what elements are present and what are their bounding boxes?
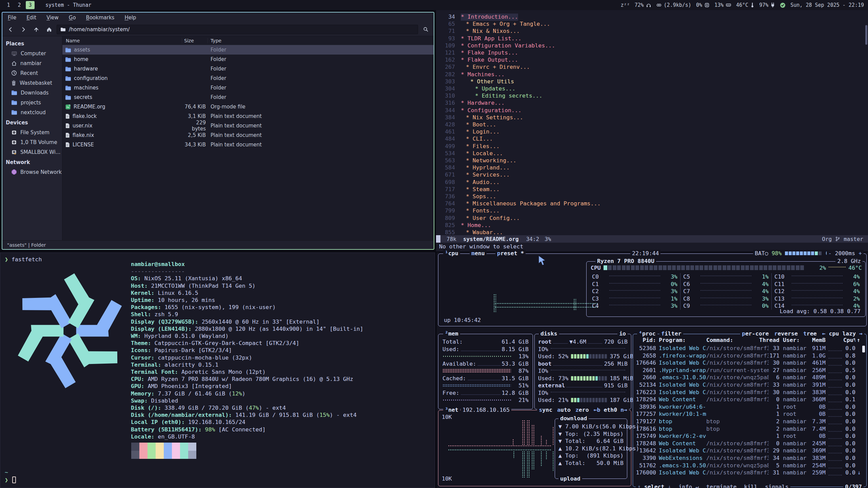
sidebar-item-nambiar[interactable]: nambiar [2, 58, 62, 68]
io-toggle[interactable]: io [617, 330, 628, 338]
tray-status-ok[interactable] [780, 2, 786, 8]
file-row[interactable]: README.org76,4 KiBOrg-mode file [62, 102, 434, 111]
menu-file[interactable]: File [8, 15, 16, 21]
tray-battery[interactable]: 97% [759, 2, 775, 8]
footer-signals[interactable]: signals [765, 483, 789, 488]
sidebar-item-downloads[interactable]: Downloads [2, 88, 62, 98]
search-button[interactable] [420, 25, 431, 34]
proc-scrollbar[interactable] [862, 346, 865, 352]
net-control-auto[interactable]: auto [557, 406, 571, 414]
shell-prompt[interactable]: ❯ [5, 476, 16, 483]
footer-kill[interactable]: kill [744, 483, 757, 488]
update-interval[interactable]: - 2000ms + [827, 250, 864, 257]
sidebar-item-wastebasket[interactable]: Wastebasket [2, 78, 62, 88]
emacs-scrollbar[interactable] [865, 25, 867, 45]
filter-button[interactable]: filter [659, 330, 683, 338]
tray-idle-inhibitor[interactable]: zᶻᶻ [620, 2, 630, 8]
workspace-button-2[interactable]: 2 [15, 1, 24, 9]
tray-memory[interactable]: 13% [714, 2, 731, 8]
file-row[interactable]: LICENSE34,3 KiBPlain text document [62, 140, 434, 149]
proc-header[interactable]: Pid:Program:Command:Threads:User:MemBCpu… [633, 337, 866, 344]
proc-row[interactable]: 51762.emacs-31.0.50-/nix/store/wnqz5pa8r… [633, 462, 866, 469]
sidebar-item-computer[interactable]: Computer [2, 48, 62, 58]
path-bar[interactable]: /home/nambiar/system/ [57, 25, 418, 34]
proc-col-threads[interactable]: Threads: [759, 337, 780, 343]
footer-terminate[interactable]: terminate [706, 483, 736, 488]
column-size[interactable]: Size [182, 38, 208, 43]
file-row[interactable]: flake.lock3,1 KiBPlain text document [62, 111, 434, 121]
proc-option-reverse[interactable]: reverse [774, 330, 798, 338]
workspace-button-3[interactable]: 3 [26, 1, 35, 9]
proc-col-user[interactable]: User: [783, 337, 810, 343]
file-row[interactable]: assetsFolder [62, 45, 434, 55]
proc-col-pid[interactable]: Pid: [634, 337, 656, 343]
proc-row[interactable]: 175749kworker/6:2-even1root0B0.0 [633, 433, 866, 440]
file-row[interactable]: configurationFolder [62, 74, 434, 83]
file-row[interactable]: user.nix229 bytesPlain text document [62, 121, 434, 130]
proc-row[interactable]: 38936kworker/u64:6-kc1root0B0.0 [633, 404, 866, 411]
menu-edit[interactable]: Edit [26, 15, 36, 21]
menu-button[interactable]: menu [470, 250, 487, 257]
proc-row[interactable]: 2658.firefox-wrappe/nix/store/sm8fmrf3wp… [633, 352, 866, 360]
proc-option-per-core[interactable]: per-core [742, 330, 769, 338]
proc-option-tree[interactable]: tree [803, 330, 817, 338]
tray-network-traffic[interactable]: (2.9kb/s) [656, 2, 691, 8]
terminal-window[interactable]: ❯ fastfetch nambiar@smallbox------------… [0, 252, 435, 488]
proc-row[interactable]: 179127btopbtop2nambiar7.3M0.0 [633, 418, 866, 425]
tab-mem[interactable]: ²mem [443, 330, 460, 338]
file-row[interactable]: machinesFolder [62, 83, 434, 93]
tray-gpu[interactable]: 0% [696, 2, 710, 8]
tab-net[interactable]: ³net [443, 406, 460, 414]
workspace-button-1[interactable]: 1 [4, 1, 13, 9]
proc-row[interactable]: 178248Web Content/nix/store/sm8fmrf3wps4… [633, 440, 866, 447]
proc-row[interactable]: 176223Isolated Web Co/nix/store/sm8fmrf3… [633, 389, 866, 396]
sidebar-item-file-system[interactable]: File System [2, 127, 62, 137]
list-header[interactable]: Name Size Type [62, 36, 434, 45]
proc-col-memb[interactable]: MemB [808, 337, 826, 343]
tray-volume[interactable]: 72% [635, 2, 651, 8]
proc-row[interactable]: 178616btopbtop2nambiar7.4M0.0 [633, 426, 866, 433]
menu-help[interactable]: Help [124, 15, 136, 21]
menu-go[interactable]: Go [69, 15, 76, 21]
sidebar-item-1-0-tb-volume[interactable]: 1,0 TB Volume [2, 137, 62, 147]
file-row[interactable]: hardwareFolder [62, 64, 434, 74]
file-row[interactable]: homeFolder [62, 55, 434, 64]
forward-button[interactable] [18, 25, 29, 34]
proc-row[interactable]: 176646Isolated Web Co/nix/store/sm8fmrf3… [633, 360, 866, 367]
net-interface-switcher[interactable]: ←b eth0 n→ [594, 406, 627, 414]
proc-row[interactable]: 52134Isolated Web Co/nix/store/sm8fmrf3w… [633, 382, 866, 389]
tab-cpu[interactable]: ¹cpu [443, 250, 460, 257]
column-type[interactable]: Type [208, 38, 434, 43]
up-button[interactable] [31, 25, 42, 34]
emacs-window[interactable]: 34* Introduction...65* Emacs + Org + Tan… [436, 10, 868, 251]
preset-button[interactable]: preset * [495, 250, 526, 257]
back-button[interactable] [5, 25, 16, 34]
footer-info[interactable]: info ↵ [678, 483, 699, 488]
footer-select[interactable]: ↑ select ↓ [637, 483, 671, 488]
proc-col-program[interactable]: Program: [659, 337, 706, 343]
btop-window[interactable]: ¹cpu menu preset * 22:19:44 BAT○ 98% 0.0… [437, 252, 868, 488]
tray-temperature[interactable]: 46°C [736, 2, 754, 8]
file-row[interactable]: flake.nix2,5 KiBPlain text document [62, 130, 434, 140]
menu-view[interactable]: View [46, 15, 59, 21]
sidebar-item-smallbox-wi-[interactable]: SMALLBOX Wi... [2, 147, 62, 157]
proc-row[interactable]: 177257kworker/10:1-mm_1root0B0.0 [633, 411, 866, 418]
proc-row[interactable]: 52368Isolated Web Co/nix/store/sm8fmrf3w… [633, 345, 866, 352]
menu-bookmarks[interactable]: Bookmarks [86, 15, 115, 21]
sidebar-item-nextcloud[interactable]: nextcloud [2, 107, 62, 117]
column-name[interactable]: Name [62, 38, 182, 43]
proc-row[interactable]: 3390WebExtensions/nix/store/sm8fmrf3wps4… [633, 455, 866, 462]
proc-row[interactable]: 176000Isolated Web Co/nix/store/sm8fmrf3… [633, 469, 866, 476]
proc-row[interactable]: 13642Isolated Web Co/nix/store/sm8fmrf3w… [633, 447, 866, 454]
sidebar-item-browse-network[interactable]: Browse Network [2, 167, 62, 177]
tab-proc[interactable]: ⁴proc [637, 330, 657, 338]
net-control-sync[interactable]: sync [539, 406, 552, 414]
proc-row[interactable]: 2660.emacs-31.0.50-/nix/store/wnqz5pa8ra… [633, 374, 866, 381]
proc-row[interactable]: 2601.Hyprland-wrapp/run/current-system/s… [633, 367, 866, 374]
sidebar-item-projects[interactable]: projects [2, 98, 62, 107]
proc-sort[interactable]: ← cpu lazy → [822, 330, 863, 338]
tray-clock[interactable]: Sun, 28 Sep 2025 - 22:19 [790, 2, 864, 8]
sidebar-item-recent[interactable]: Recent [2, 68, 62, 78]
home-button[interactable] [44, 25, 55, 34]
net-control-zero[interactable]: zero [575, 406, 589, 414]
